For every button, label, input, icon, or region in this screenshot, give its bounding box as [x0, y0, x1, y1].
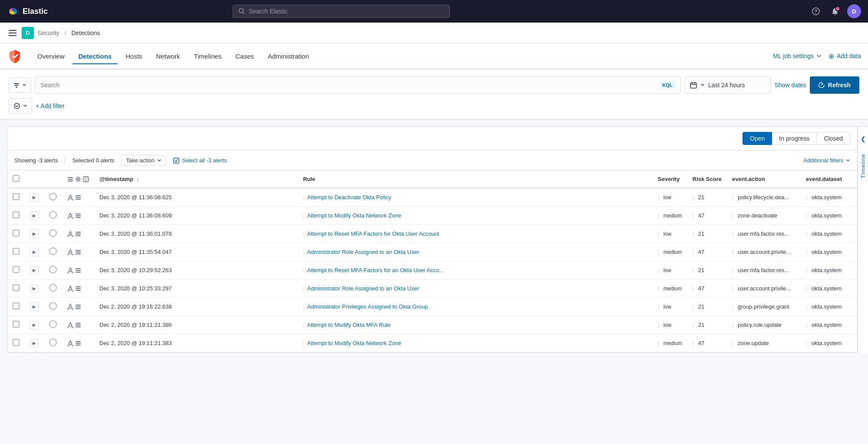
list-icon[interactable]: [67, 176, 73, 182]
row-status-icon[interactable]: [49, 320, 57, 328]
show-dates-button[interactable]: Show dates: [775, 82, 806, 89]
row-expand-button[interactable]: ▶: [30, 248, 39, 257]
rule-link[interactable]: Attempt to Modify Okta Network Zone: [307, 340, 401, 346]
tab-open[interactable]: Open: [743, 132, 772, 145]
notifications-icon[interactable]: [828, 4, 842, 18]
row-more-icon[interactable]: [75, 304, 81, 310]
row-checkbox[interactable]: [13, 211, 20, 218]
space-icon[interactable]: D: [22, 27, 34, 39]
row-more-icon[interactable]: [75, 286, 81, 292]
row-expand-button[interactable]: ▶: [30, 193, 39, 202]
rule-link[interactable]: Administrator Role Assigned to an Okta U…: [307, 249, 419, 255]
row-status-icon[interactable]: [49, 302, 57, 310]
rule-link[interactable]: Attempt to Reset MFA Factors for Okta Us…: [307, 230, 439, 237]
rule-link[interactable]: Attempt to Modify Okta MFA Rule: [307, 322, 390, 328]
row-more-icon[interactable]: [75, 213, 81, 219]
row-expand-button[interactable]: ▶: [30, 266, 39, 275]
col-header-rule[interactable]: Rule: [298, 171, 653, 188]
row-expand-button[interactable]: ▶: [30, 230, 39, 238]
row-network-icon[interactable]: [67, 249, 73, 255]
row-checkbox[interactable]: [13, 303, 20, 309]
rule-link[interactable]: Attempt to Deactivate Okta Policy: [307, 194, 391, 201]
row-checkbox[interactable]: [13, 230, 20, 237]
col-header-severity[interactable]: Severity: [653, 171, 687, 188]
nav-administration[interactable]: Administration: [262, 49, 315, 64]
row-checkbox[interactable]: [13, 284, 20, 291]
refresh-button[interactable]: Refresh: [810, 76, 859, 94]
settings-icon[interactable]: [75, 176, 81, 182]
row-more-icon[interactable]: [75, 231, 81, 237]
nav-overview[interactable]: Overview: [31, 49, 71, 64]
row-expand-button[interactable]: ▶: [30, 284, 39, 293]
nav-cases[interactable]: Cases: [229, 49, 260, 64]
row-more-icon[interactable]: [75, 322, 81, 328]
rule-link[interactable]: Administrator Role Assigned to an Okta U…: [307, 285, 419, 292]
additional-filters-button[interactable]: Additional filters: [803, 157, 850, 164]
search-input[interactable]: [40, 82, 656, 89]
row-network-icon[interactable]: [67, 304, 73, 310]
row-status-icon[interactable]: [49, 339, 57, 346]
columns-icon[interactable]: [83, 176, 89, 182]
row-checkbox[interactable]: [13, 193, 20, 200]
row-more-icon[interactable]: [75, 340, 81, 346]
help-icon[interactable]: ?: [809, 4, 823, 18]
elastic-logo[interactable]: Elastic: [7, 5, 50, 17]
global-search[interactable]: Search Elastic: [233, 5, 450, 18]
search-icon: [238, 8, 245, 15]
row-checkbox[interactable]: [13, 266, 20, 273]
row-checkbox[interactable]: [13, 321, 20, 328]
row-status-icon[interactable]: [49, 284, 57, 292]
add-filter-button[interactable]: + Add filter: [36, 102, 65, 109]
col-header-timestamp[interactable]: @timestamp ↓: [94, 171, 298, 188]
row-checkbox[interactable]: [13, 339, 20, 346]
breadcrumb-security[interactable]: Security: [37, 30, 59, 36]
row-severity: | low: [653, 261, 687, 280]
user-avatar[interactable]: D: [847, 4, 861, 18]
row-status-icon[interactable]: [49, 247, 57, 255]
nav-network[interactable]: Network: [150, 49, 186, 64]
timeline-panel[interactable]: ❮ Timeline: [858, 126, 868, 353]
row-more-icon[interactable]: [75, 267, 81, 273]
row-checkbox[interactable]: [13, 248, 20, 255]
row-network-icon[interactable]: [67, 231, 73, 237]
row-network-icon[interactable]: [67, 194, 73, 201]
filter-type-selector[interactable]: [9, 77, 31, 93]
take-action-button[interactable]: Take action: [121, 155, 166, 166]
row-status-icon[interactable]: [49, 211, 57, 219]
tab-in-progress[interactable]: In progress: [772, 132, 817, 145]
row-network-icon[interactable]: [67, 340, 73, 346]
row-more-icon[interactable]: [75, 194, 81, 201]
ml-job-settings-button[interactable]: ML job settings: [773, 53, 822, 59]
row-event-dataset: | okta.system: [801, 243, 857, 261]
row-network-icon[interactable]: [67, 267, 73, 273]
row-status-icon[interactable]: [49, 266, 57, 273]
col-header-risk[interactable]: Risk Score: [687, 171, 727, 188]
rule-link[interactable]: Administrator Privileges Assigned to Okt…: [307, 303, 428, 310]
row-network-icon[interactable]: [67, 286, 73, 292]
select-all-checkbox[interactable]: [13, 175, 20, 182]
col-header-dataset[interactable]: event.dataset: [801, 171, 857, 188]
kql-badge[interactable]: KQL: [660, 82, 675, 89]
nav-detections[interactable]: Detections: [73, 49, 118, 64]
row-network-icon[interactable]: [67, 322, 73, 328]
tab-closed[interactable]: Closed: [817, 132, 850, 145]
rule-link[interactable]: Attempt to Reset MFA Factors for an Okta…: [307, 267, 444, 273]
add-data-button[interactable]: ⊕ Add data: [828, 52, 861, 60]
nav-timelines[interactable]: Timelines: [188, 49, 228, 64]
row-expand-button[interactable]: ▶: [30, 339, 39, 348]
row-more-icon[interactable]: [75, 249, 81, 255]
select-all-button[interactable]: Select all -3 alerts: [173, 157, 227, 164]
row-status-icon[interactable]: [49, 229, 57, 237]
row-network-icon[interactable]: [67, 213, 73, 219]
saved-filter-button[interactable]: [9, 98, 32, 114]
col-header-action[interactable]: event.action: [727, 171, 801, 188]
nav-hosts[interactable]: Hosts: [119, 49, 148, 64]
row-expand-button[interactable]: ▶: [30, 321, 39, 329]
row-expand-button[interactable]: ▶: [30, 211, 39, 220]
date-picker[interactable]: Last 24 hours: [684, 76, 771, 94]
row-expand-button[interactable]: ▶: [30, 303, 39, 311]
row-status-icon[interactable]: [49, 193, 57, 201]
svg-line-57: [71, 253, 72, 254]
rule-link[interactable]: Attempt to Modify Okta Network Zone: [307, 212, 401, 219]
menu-toggle[interactable]: [7, 28, 18, 38]
